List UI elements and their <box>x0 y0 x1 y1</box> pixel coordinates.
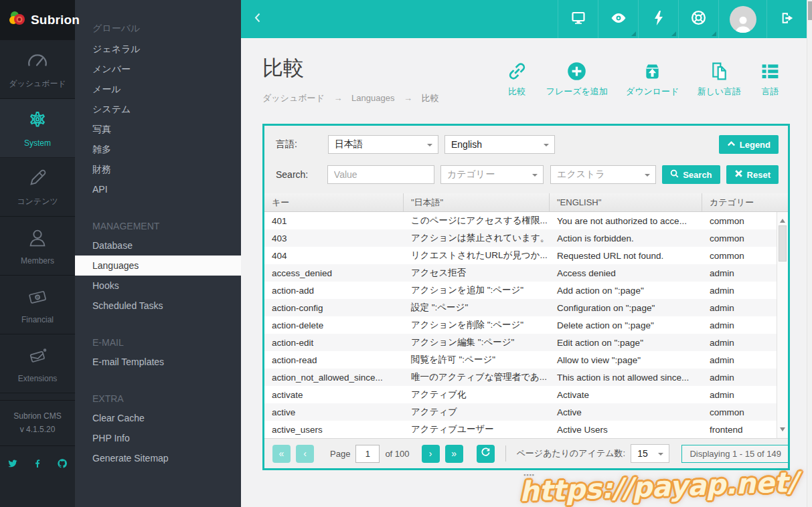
app-logo[interactable]: Subrion <box>0 0 75 40</box>
action-languages-list[interactable]: 言語 <box>759 60 781 98</box>
table-row[interactable]: activateアクティブ化Activateadmin <box>264 386 777 403</box>
rail-item-extensions[interactable]: Extensions <box>0 334 75 393</box>
table-row[interactable]: action-config設定 ":ページ"Configuration on "… <box>264 299 777 316</box>
submenu-item-scheduled-tasks[interactable]: Scheduled Tasks <box>75 296 241 316</box>
table-scrollbar[interactable] <box>777 212 788 438</box>
primary-language-select[interactable]: 日本語 <box>328 135 438 154</box>
table-cell: action-config <box>264 303 404 313</box>
logout-button[interactable] <box>766 0 807 38</box>
action-download[interactable]: ダウンロード <box>626 60 679 98</box>
table-cell: アクティブ <box>404 406 550 418</box>
table-row[interactable]: action-addアクションを追加 ":ページ"Add action on "… <box>264 282 777 299</box>
items-per-page-select[interactable]: 15 <box>631 444 669 463</box>
dropdown-corner-mark <box>671 31 676 36</box>
table-cell: Active <box>550 407 702 417</box>
collapse-sidebar-button[interactable] <box>254 0 260 38</box>
submenu-item--[interactable]: ジェネラル <box>75 39 241 59</box>
social-links <box>0 446 75 484</box>
life-ring-icon <box>690 9 707 29</box>
submenu-item-api[interactable]: API <box>75 179 241 199</box>
rail-item-system[interactable]: System <box>0 99 75 158</box>
scroll-down-icon[interactable] <box>780 427 785 434</box>
search-button[interactable]: Search <box>662 165 720 184</box>
table-row[interactable]: action-deleteアクションを削除 ":ページ"Delete actio… <box>264 316 777 334</box>
table-row[interactable]: action-editアクション編集 ":ページ"Edit action on … <box>264 334 777 351</box>
submenu-item-hooks[interactable]: Hooks <box>75 276 241 296</box>
table-cell: action-add <box>264 286 404 296</box>
table-row[interactable]: activeアクティブActivecommon <box>264 403 777 421</box>
table-row[interactable]: active_usersアクティブユーザーActive Usersfronten… <box>264 421 777 438</box>
submenu-item--[interactable]: メンバー <box>75 59 241 79</box>
table-row[interactable]: 403アクションは禁止されています。Action is forbidden.co… <box>264 229 777 247</box>
visual-mode-button[interactable] <box>598 0 638 38</box>
toolbar-separator <box>505 445 506 462</box>
table-column-header[interactable]: キー <box>264 193 404 211</box>
table-column-header[interactable]: カテゴリー <box>702 193 788 211</box>
frontend-view-button[interactable] <box>558 0 598 38</box>
submenu-item-clear-cache[interactable]: Clear Cache <box>75 408 241 428</box>
submenu-item--[interactable]: 写真 <box>75 119 241 139</box>
secondary-language-select[interactable]: English <box>444 135 555 154</box>
table-row[interactable]: 404リクエストされたURLが見つか...Requested URL not f… <box>264 247 777 264</box>
account-menu-button[interactable] <box>718 0 766 38</box>
last-page-button[interactable]: » <box>445 445 463 463</box>
rail-item-members[interactable]: Members <box>0 217 75 276</box>
github-icon[interactable] <box>57 458 68 472</box>
table-cell: Activate <box>550 390 702 400</box>
submenu-item-languages[interactable]: Languages <box>75 256 241 276</box>
language-filter-label: 言語: <box>276 138 328 150</box>
search-value-input[interactable] <box>327 165 434 184</box>
table-column-header[interactable]: "ENGLISH" <box>550 193 702 211</box>
submenu-item--[interactable]: メール <box>75 79 241 99</box>
help-button[interactable] <box>678 0 718 38</box>
quick-actions-button[interactable] <box>638 0 678 38</box>
search-icon <box>670 169 679 180</box>
action-new-language[interactable]: 新しい言語 <box>697 60 741 98</box>
page-number-input[interactable] <box>355 445 380 463</box>
table-row[interactable]: action-read閲覧を許可 ":ページ"Allow to view ":p… <box>264 351 777 369</box>
search-button-label: Search <box>683 170 712 180</box>
table-row[interactable]: access_deniedアクセス拒否Access deniedadmin <box>264 264 777 282</box>
chevron-up-icon <box>727 139 736 150</box>
submenu-item-php-info[interactable]: PHP Info <box>75 428 241 448</box>
next-page-button[interactable]: › <box>422 445 440 463</box>
list-icon <box>759 60 781 82</box>
table-column-header[interactable]: "日本語" <box>404 193 550 211</box>
submenu-item--[interactable]: 雑多 <box>75 139 241 159</box>
table-cell: Access denied <box>550 268 702 278</box>
breadcrumb-languages[interactable]: Languages <box>351 93 394 103</box>
reset-button[interactable]: Reset <box>726 165 779 184</box>
legend-button[interactable]: Legend <box>719 135 779 154</box>
submenu-item--[interactable]: 財務 <box>75 159 241 179</box>
cms-name: Subrion CMS <box>0 409 75 423</box>
rail-item-financial[interactable]: $ Financial <box>0 276 75 334</box>
rail-item-content[interactable]: コンテンツ <box>0 158 75 217</box>
first-page-button[interactable]: « <box>272 445 291 463</box>
submenu-item-database[interactable]: Database <box>75 235 241 256</box>
extra-select[interactable]: エクストラ <box>550 165 656 184</box>
link-icon <box>506 60 528 82</box>
submenu-item-e-mail-templates[interactable]: E-mail Templates <box>75 352 241 372</box>
twitter-icon[interactable] <box>7 458 18 472</box>
table-row[interactable]: action_not_allowed_since...唯一のアクティブな管理者で… <box>264 369 777 386</box>
browser-scrollbar[interactable] <box>807 0 812 507</box>
rail-item-dashboard[interactable]: ダッシュボード <box>0 40 75 99</box>
facebook-icon[interactable] <box>32 458 43 472</box>
refresh-button[interactable] <box>477 445 495 463</box>
reset-button-label: Reset <box>747 170 770 180</box>
category-select[interactable]: カテゴリー <box>440 165 544 184</box>
page-actions: 比較 フレーズを追加 ダウンロード 新しい言語 言語 <box>506 60 781 98</box>
table-row[interactable]: 401このページにアクセスする権限...You are not authoriz… <box>264 212 777 229</box>
table-cell: Active Users <box>550 425 702 435</box>
previous-page-button[interactable]: ‹ <box>296 445 314 463</box>
action-add-phrase[interactable]: フレーズを追加 <box>546 60 608 98</box>
plugin-icon <box>26 344 49 369</box>
browser-scrollbar-thumb[interactable] <box>808 1 812 20</box>
breadcrumb-dashboard[interactable]: ダッシュボード <box>262 93 325 103</box>
submenu-item--[interactable]: システム <box>75 99 241 119</box>
scrollbar-thumb[interactable] <box>779 225 787 262</box>
icon-rail: Subrion ダッシュボード System コンテンツ <box>0 0 75 507</box>
submenu-item-generate-sitemap[interactable]: Generate Sitemap <box>75 448 241 468</box>
action-compare[interactable]: 比較 <box>506 60 528 98</box>
scroll-up-icon[interactable] <box>780 216 785 223</box>
